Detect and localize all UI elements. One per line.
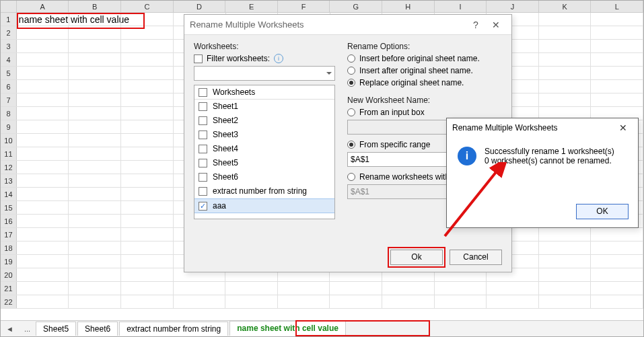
checkbox[interactable]	[199, 159, 207, 167]
col-header[interactable]: G	[330, 1, 382, 12]
cell[interactable]	[121, 53, 174, 66]
cell[interactable]	[121, 161, 174, 174]
cell[interactable]	[17, 26, 69, 39]
cell[interactable]	[17, 241, 69, 254]
cell[interactable]	[591, 268, 643, 281]
ok-button[interactable]: OK	[576, 204, 629, 219]
worksheet-list-item[interactable]: aaa	[194, 198, 334, 213]
row-header[interactable]: 4	[1, 53, 17, 66]
cell[interactable]	[435, 282, 487, 295]
cell[interactable]	[121, 147, 174, 160]
col-header[interactable]: B	[69, 1, 121, 12]
row-header[interactable]: 16	[1, 215, 17, 227]
cell[interactable]	[69, 134, 121, 147]
cell[interactable]	[121, 134, 174, 147]
cell[interactable]	[382, 282, 435, 295]
row-header[interactable]: 12	[1, 161, 17, 174]
dialog-titlebar[interactable]: Rename Multiple Worksheets ✕	[447, 118, 638, 137]
help-button[interactable]: ?	[466, 20, 486, 30]
cell[interactable]	[539, 241, 592, 254]
sheet-tab-active[interactable]: name sheet with cell value	[229, 321, 346, 336]
sheet-tab[interactable]: Sheet6	[77, 322, 118, 336]
select-all-corner[interactable]	[1, 1, 17, 12]
cell[interactable]	[278, 295, 330, 308]
cell[interactable]	[591, 255, 643, 268]
cell[interactable]	[539, 67, 592, 79]
cell[interactable]	[69, 215, 121, 227]
worksheet-list-item[interactable]: Sheet2	[194, 114, 334, 128]
cell[interactable]	[121, 255, 174, 268]
cell[interactable]	[591, 295, 643, 308]
checkbox[interactable]	[199, 102, 207, 111]
cell[interactable]	[17, 188, 69, 200]
cell[interactable]	[69, 26, 121, 39]
cell[interactable]	[121, 13, 174, 26]
row-header[interactable]: 2	[1, 26, 17, 39]
cell[interactable]	[69, 40, 121, 52]
col-header[interactable]: D	[174, 1, 226, 12]
checkbox[interactable]	[199, 145, 207, 153]
dialog-titlebar[interactable]: Rename Multiple Worksheets ? ✕	[184, 15, 511, 35]
cell[interactable]	[539, 80, 592, 93]
worksheet-list-item[interactable]: Sheet4	[194, 142, 334, 156]
col-header[interactable]: I	[435, 1, 487, 12]
cell[interactable]	[539, 282, 592, 295]
cell[interactable]	[17, 201, 69, 214]
row-header[interactable]: 21	[1, 282, 17, 295]
cell[interactable]	[121, 228, 174, 241]
radio-replace[interactable]: Replace original sheet name.	[347, 78, 502, 87]
cell[interactable]	[69, 107, 121, 120]
row-header[interactable]: 5	[1, 67, 17, 79]
checkbox[interactable]	[199, 187, 207, 196]
cell[interactable]	[330, 282, 382, 295]
checkbox[interactable]	[199, 130, 207, 139]
sheet-tab[interactable]: extract number from string	[119, 322, 228, 336]
cell[interactable]	[69, 93, 121, 106]
cell[interactable]	[225, 282, 278, 295]
cell[interactable]	[17, 295, 69, 308]
cell[interactable]	[539, 295, 592, 308]
cell[interactable]	[539, 268, 592, 281]
cell[interactable]	[225, 295, 278, 308]
cancel-button[interactable]: Cancel	[450, 250, 502, 265]
cell[interactable]	[121, 26, 174, 39]
cell[interactable]	[591, 228, 643, 241]
cell[interactable]	[539, 13, 592, 26]
col-header[interactable]: F	[278, 1, 330, 12]
worksheet-list-item[interactable]: Sheet1	[194, 100, 334, 114]
cell[interactable]	[121, 268, 174, 281]
cell[interactable]	[69, 228, 121, 241]
cell[interactable]	[69, 268, 121, 281]
cell[interactable]	[17, 134, 69, 147]
cell[interactable]	[17, 255, 69, 268]
cell[interactable]	[69, 13, 122, 26]
cell[interactable]	[539, 26, 592, 39]
cell[interactable]	[539, 255, 592, 268]
cell[interactable]	[69, 255, 121, 268]
cell[interactable]	[121, 201, 174, 214]
cell[interactable]	[591, 67, 643, 79]
row-header[interactable]: 7	[1, 93, 17, 106]
cell[interactable]	[69, 295, 121, 308]
checkbox[interactable]	[199, 116, 207, 125]
filter-dropdown[interactable]	[194, 66, 335, 81]
cell[interactable]	[17, 268, 69, 281]
row-header[interactable]: 13	[1, 174, 17, 187]
cell[interactable]	[17, 215, 69, 227]
cell[interactable]	[121, 188, 174, 200]
row-header[interactable]: 15	[1, 201, 17, 214]
cell[interactable]	[121, 67, 174, 79]
close-button[interactable]: ✕	[486, 20, 506, 30]
cell[interactable]	[17, 80, 69, 93]
cell[interactable]	[17, 147, 69, 160]
cell[interactable]	[69, 161, 121, 174]
radio-insert-after[interactable]: Insert after original sheet name.	[347, 66, 502, 75]
cell[interactable]	[591, 26, 643, 39]
checkbox[interactable]	[199, 173, 207, 182]
cell[interactable]	[121, 282, 174, 295]
cell[interactable]	[17, 67, 69, 79]
col-header[interactable]: C	[121, 1, 174, 12]
cell[interactable]	[69, 282, 121, 295]
cell[interactable]	[174, 295, 226, 308]
tab-more[interactable]: ...	[19, 325, 36, 333]
